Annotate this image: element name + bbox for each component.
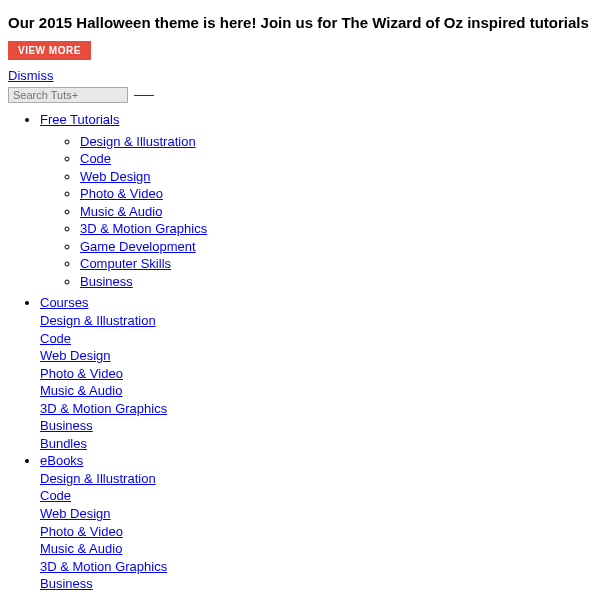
dismiss-link[interactable]: Dismiss: [8, 68, 54, 83]
ebooks-item[interactable]: Music & Audio: [40, 540, 600, 558]
free-tutorials-item[interactable]: Computer Skills: [80, 256, 171, 271]
ebooks-link[interactable]: eBooks: [40, 452, 600, 470]
view-more-button[interactable]: VIEW MORE: [8, 41, 91, 60]
ebooks-item[interactable]: Design & Illustration: [40, 470, 600, 488]
search-submit-icon[interactable]: [134, 93, 154, 96]
courses-item[interactable]: Bundles: [40, 435, 600, 453]
free-tutorials-item[interactable]: Photo & Video: [80, 186, 163, 201]
ebooks-item[interactable]: Photo & Video: [40, 523, 600, 541]
free-tutorials-item[interactable]: Design & Illustration: [80, 134, 196, 149]
courses-item[interactable]: Business: [40, 417, 600, 435]
search-input[interactable]: [8, 87, 128, 103]
free-tutorials-link[interactable]: Free Tutorials: [40, 112, 119, 127]
courses-item[interactable]: Music & Audio: [40, 382, 600, 400]
courses-item[interactable]: Design & Illustration: [40, 312, 600, 330]
courses-item[interactable]: Web Design: [40, 347, 600, 365]
free-tutorials-item[interactable]: 3D & Motion Graphics: [80, 221, 207, 236]
courses-item[interactable]: 3D & Motion Graphics: [40, 400, 600, 418]
free-tutorials-item[interactable]: Game Development: [80, 239, 196, 254]
courses-link[interactable]: Courses: [40, 294, 600, 312]
courses-item[interactable]: Photo & Video: [40, 365, 600, 383]
nav-courses: Courses Design & Illustration Code Web D…: [40, 294, 600, 452]
free-tutorials-item[interactable]: Business: [80, 274, 133, 289]
nav-ebooks: eBooks Design & Illustration Code Web De…: [40, 452, 600, 592]
courses-item[interactable]: Code: [40, 330, 600, 348]
ebooks-item[interactable]: Code: [40, 487, 600, 505]
free-tutorials-item[interactable]: Code: [80, 151, 111, 166]
ebooks-item[interactable]: Business: [40, 575, 600, 593]
banner-text: Our 2015 Halloween theme is here! Join u…: [8, 14, 589, 31]
nav-free-tutorials: Free Tutorials Design & Illustration Cod…: [40, 111, 600, 290]
ebooks-item[interactable]: 3D & Motion Graphics: [40, 558, 600, 576]
free-tutorials-item[interactable]: Web Design: [80, 169, 151, 184]
ebooks-item[interactable]: Web Design: [40, 505, 600, 523]
free-tutorials-item[interactable]: Music & Audio: [80, 204, 162, 219]
